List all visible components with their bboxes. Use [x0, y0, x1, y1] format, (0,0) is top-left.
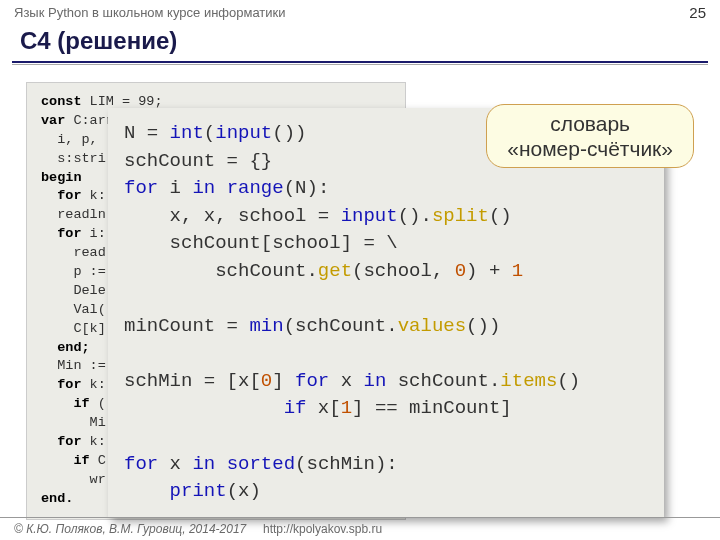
slide-title: C4 (решение): [0, 23, 720, 59]
copyright: © К.Ю. Поляков, В.М. Гуровиц, 2014-2017: [14, 522, 246, 536]
callout-line1: словарь: [507, 111, 673, 136]
page-number: 25: [689, 4, 706, 21]
python-code-block: N = int(input()) schCount = {} for i in …: [108, 108, 664, 518]
divider: [12, 61, 708, 63]
callout-line2: «номер-счётчик»: [507, 136, 673, 161]
footer-link[interactable]: http://kpolyakov.spb.ru: [263, 522, 382, 536]
course-title: Язык Python в школьном курсе информатики: [14, 5, 286, 20]
slide-header: Язык Python в школьном курсе информатики…: [0, 0, 720, 23]
callout-bubble: словарь «номер-счётчик»: [486, 104, 694, 168]
divider-thin: [12, 64, 708, 65]
slide-footer: © К.Ю. Поляков, В.М. Гуровиц, 2014-2017 …: [0, 517, 720, 540]
